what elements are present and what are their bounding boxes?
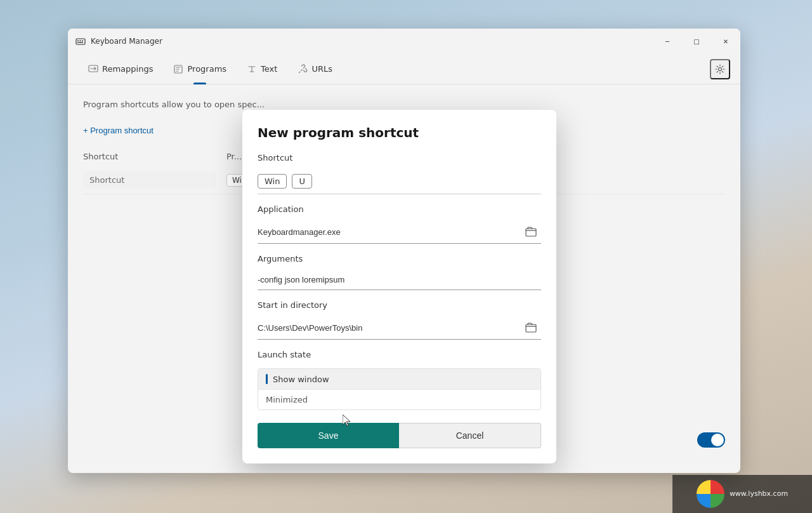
close-button[interactable]: ✕ xyxy=(711,29,740,54)
tab-remappings-label: Remappings xyxy=(102,64,153,74)
application-input[interactable] xyxy=(258,225,521,239)
directory-label: Start in directory xyxy=(258,300,541,310)
watermark: www.lyshbx.com xyxy=(672,475,812,513)
shortcut-column-header: Shortcut xyxy=(83,152,216,161)
svg-rect-0 xyxy=(76,39,85,44)
enable-toggle[interactable] xyxy=(697,432,725,448)
app-title: Keyboard Manager xyxy=(91,37,162,46)
text-icon xyxy=(247,64,257,74)
urls-icon xyxy=(298,64,308,74)
svg-rect-4 xyxy=(77,42,79,43)
content-area: Program shortcuts allow you to open spec… xyxy=(68,84,740,473)
directory-group: Start in directory xyxy=(258,300,541,340)
save-button[interactable]: Save xyxy=(258,423,399,448)
settings-button[interactable] xyxy=(710,59,730,79)
shortcut-field: Shortcut xyxy=(83,171,216,189)
app-window: Keyboard Manager ─ □ ✕ Remappings Progra… xyxy=(68,29,740,473)
show-window-option: Show window xyxy=(273,375,329,384)
directory-browse-button[interactable] xyxy=(521,319,541,336)
shortcut-label: Shortcut xyxy=(258,153,541,163)
shortcut-display: Win U xyxy=(258,169,541,194)
folder-icon xyxy=(525,226,537,237)
add-program-shortcut-button[interactable]: + Program shortcut xyxy=(83,122,154,139)
svg-rect-10 xyxy=(526,229,536,236)
tab-remappings[interactable]: Remappings xyxy=(78,54,163,84)
application-group: Application xyxy=(258,204,541,244)
svg-rect-1 xyxy=(77,41,79,42)
cancel-button[interactable]: Cancel xyxy=(399,423,541,448)
nav-tabs: Remappings Programs Text URLs xyxy=(68,54,740,84)
folder-browse-icon xyxy=(525,322,537,333)
arguments-group: Arguments xyxy=(258,254,541,290)
watermark-logo xyxy=(697,480,724,508)
svg-rect-3 xyxy=(82,41,83,42)
window-controls: ─ □ ✕ xyxy=(653,29,740,54)
watermark-text: www.lyshbx.com xyxy=(730,489,788,498)
title-bar: Keyboard Manager ─ □ ✕ xyxy=(68,29,740,54)
dropdown-item-minimized[interactable]: Minimized xyxy=(258,389,540,410)
remappings-icon xyxy=(88,64,98,74)
tab-urls[interactable]: URLs xyxy=(287,54,343,84)
programs-icon xyxy=(173,64,183,74)
application-browse-button[interactable] xyxy=(521,223,541,241)
tab-text-label: Text xyxy=(261,64,277,74)
toggle-knob xyxy=(711,434,724,446)
tab-programs[interactable]: Programs xyxy=(163,54,237,84)
directory-input[interactable] xyxy=(258,321,521,335)
svg-rect-5 xyxy=(79,42,82,43)
application-field-row xyxy=(258,220,541,244)
directory-field-row xyxy=(258,316,541,340)
svg-rect-2 xyxy=(80,41,81,42)
selected-indicator xyxy=(266,374,268,384)
maximize-button[interactable]: □ xyxy=(682,29,711,54)
add-button-label: + Program shortcut xyxy=(83,126,154,135)
description-text: Program shortcuts allow you to open spec… xyxy=(83,100,725,109)
launch-state-dropdown: Show window Minimized xyxy=(258,368,541,410)
minimize-button[interactable]: ─ xyxy=(653,29,682,54)
arguments-input[interactable] xyxy=(258,272,541,287)
dialog-buttons: Save Cancel xyxy=(258,423,541,448)
win-chip: Win xyxy=(258,174,287,189)
dropdown-item-show-window[interactable]: Show window xyxy=(258,369,540,389)
tab-programs-label: Programs xyxy=(187,64,226,74)
dialog-title: New program shortcut xyxy=(258,125,541,140)
keyboard-icon xyxy=(75,36,86,46)
program-column-header: Pr... xyxy=(226,152,242,161)
u-chip: U xyxy=(292,174,312,189)
new-program-shortcut-dialog: New program shortcut Shortcut Win U Appl… xyxy=(242,110,556,463)
gear-icon xyxy=(715,64,725,74)
svg-point-9 xyxy=(719,67,722,70)
svg-rect-6 xyxy=(82,42,83,43)
arguments-field-row xyxy=(258,270,541,290)
tab-text[interactable]: Text xyxy=(237,54,287,84)
arguments-label: Arguments xyxy=(258,254,541,263)
application-label: Application xyxy=(258,204,541,214)
tab-urls-label: URLs xyxy=(311,64,332,74)
launch-state-label: Launch state xyxy=(258,350,541,359)
launch-state-section: Launch state Show window Minimized xyxy=(258,350,541,410)
svg-rect-11 xyxy=(526,324,536,332)
shortcut-section: Shortcut Win U xyxy=(258,153,541,194)
